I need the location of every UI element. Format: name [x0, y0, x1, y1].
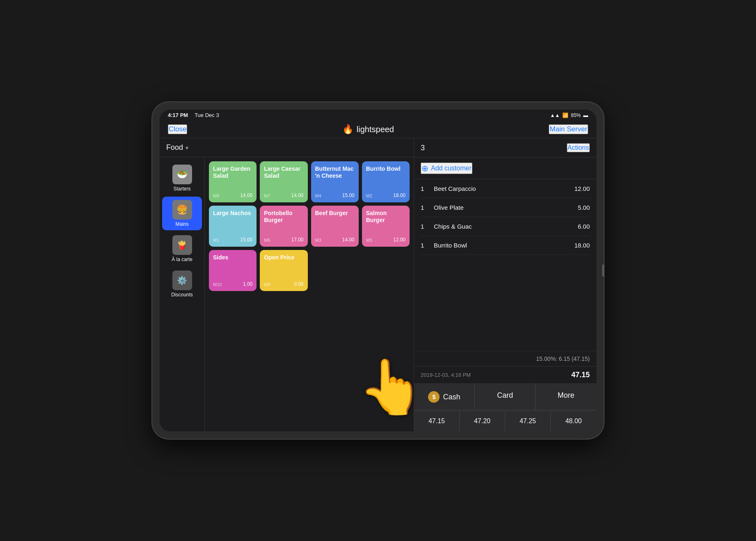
nav-bar: Close 🔥 lightspeed Main Server: [160, 121, 596, 138]
logo-text: lightspeed: [357, 125, 394, 134]
menu-area: 🥗 Starters 🍔 Mains 🍟 À la carte ⚙️: [160, 157, 414, 431]
signal-icon: ▲▲: [550, 112, 560, 118]
food-item-code: M4: [315, 193, 321, 198]
payment-timestamp: 2019-12-03, 4:16 PM: [421, 372, 471, 378]
alacarte-label: À la carte: [172, 257, 192, 262]
food-item-m6_salad[interactable]: Large Garden Salad M6 14.00: [209, 161, 257, 202]
status-time: 4:17 PM: [168, 112, 188, 118]
order-header: 3 Actions: [414, 138, 596, 158]
food-item-m7_salad[interactable]: Large Caesar Salad M7 14.00: [260, 161, 307, 202]
order-item-price: 5.00: [578, 204, 590, 211]
order-number: 3: [421, 144, 425, 152]
food-item-price: 12.00: [393, 237, 405, 243]
payment-total: 47.15: [571, 371, 590, 379]
add-customer-button[interactable]: ⊕ Add customer: [421, 163, 472, 174]
food-item-code: M1: [213, 238, 219, 243]
coin-icon: $: [428, 391, 440, 403]
food-item-footer: M2 18.00: [366, 193, 405, 198]
cash-label: Cash: [443, 393, 460, 401]
sidebar-item-alacarte[interactable]: 🍟 À la carte: [162, 232, 202, 266]
starters-icon: 🥗: [172, 165, 192, 184]
amount-button-amt2[interactable]: 47.20: [460, 411, 505, 431]
main-content: Food ▾ 🥗 Starters 🍔 Mains: [160, 138, 596, 431]
close-button[interactable]: Close: [168, 124, 187, 134]
order-item-price: 12.00: [574, 185, 590, 192]
sidebar-item-starters[interactable]: 🥗 Starters: [162, 161, 202, 195]
food-item-name: Butternut Mac 'n Cheese: [315, 165, 355, 179]
payment-card-button[interactable]: Card: [475, 384, 536, 410]
status-bar: 4:17 PM Tue Dec 3 ▲▲ 📶 85% ▬: [160, 110, 596, 121]
order-item-name: Chips & Guac: [434, 223, 578, 230]
food-item-footer: M9 0.00: [264, 281, 303, 287]
menu-title: Food: [166, 143, 183, 152]
food-item-m4[interactable]: Butternut Mac 'n Cheese M4 15.00: [311, 161, 359, 202]
order-item-name: Olive Plate: [434, 204, 578, 211]
food-item-footer: M3 14.00: [315, 237, 355, 243]
food-item-m1[interactable]: Large Nachos M1 15.00: [209, 206, 257, 247]
add-customer-label: Add customer: [431, 165, 472, 172]
food-item-footer: M4 15.00: [315, 193, 355, 198]
order-item-qty: 1: [421, 242, 429, 249]
order-subtotal: 15.00%: 6.15 (47.15): [414, 351, 596, 366]
food-grid: Large Garden Salad M6 14.00 Large Caesar…: [205, 157, 414, 431]
server-button[interactable]: Main Server: [549, 124, 588, 134]
food-item-m10[interactable]: Sides M10 1.00: [209, 250, 257, 291]
food-item-code: M9: [264, 282, 270, 287]
food-item-price: 14.00: [240, 193, 252, 198]
food-item-m6_burger[interactable]: Portobello Burger M6 17.00: [260, 206, 307, 247]
food-item-price: 17.00: [291, 237, 303, 243]
alacarte-icon: 🍟: [172, 235, 192, 255]
food-item-code: M7: [264, 193, 270, 198]
food-item-price: 15.00: [240, 237, 252, 243]
side-button: [602, 264, 605, 277]
food-item-name: Large Caesar Salad: [264, 165, 303, 179]
food-item-m5[interactable]: Salmon Burger M5 12.00: [362, 206, 410, 247]
order-item-qty: 1: [421, 223, 429, 230]
order-item-name: Beet Carpaccio: [434, 185, 574, 192]
mains-label: Mains: [175, 221, 188, 227]
payment-cash-button[interactable]: $ Cash: [414, 384, 475, 410]
food-item-code: M3: [315, 238, 321, 243]
device-screen: 4:17 PM Tue Dec 3 ▲▲ 📶 85% ▬ Close 🔥 lig…: [160, 110, 596, 431]
food-item-price: 14.00: [342, 237, 355, 243]
food-item-code: M5: [366, 238, 372, 243]
food-item-price: 15.00: [342, 193, 355, 198]
food-item-m2[interactable]: Burrito Bowl M2 18.00: [362, 161, 410, 202]
amount-button-amt3[interactable]: 47.25: [505, 411, 551, 431]
order-item: 1 Olive Plate 5.00: [421, 198, 590, 217]
payment-amounts: 47.1547.2047.2548.00: [414, 410, 596, 431]
food-item-price: 1.00: [243, 281, 252, 287]
food-item-price: 0.00: [294, 281, 303, 287]
discounts-label: Discounts: [171, 292, 193, 298]
battery-bar: ▬: [583, 112, 588, 118]
food-item-code: M10: [213, 282, 222, 287]
food-item-name: Beef Burger: [315, 210, 355, 217]
amount-button-amt1[interactable]: 47.15: [414, 411, 460, 431]
food-item-m9[interactable]: Open Price M9 0.00: [260, 250, 307, 291]
add-customer-section: ⊕ Add customer: [414, 158, 596, 179]
food-item-name: Burrito Bowl: [366, 165, 405, 172]
food-item-name: Open Price: [264, 254, 303, 261]
payment-area: 2019-12-03, 4:16 PM 47.15 $ Cash CardMor…: [414, 366, 596, 431]
wifi-icon: 📶: [562, 112, 568, 118]
food-item-name: Large Nachos: [213, 210, 252, 217]
actions-button[interactable]: Actions: [567, 143, 590, 152]
category-sidebar: 🥗 Starters 🍔 Mains 🍟 À la carte ⚙️: [160, 157, 205, 431]
food-item-footer: M5 12.00: [366, 237, 405, 243]
sidebar-item-mains[interactable]: 🍔 Mains: [162, 197, 202, 230]
food-item-code: M2: [366, 193, 372, 198]
payment-more-button[interactable]: More: [536, 384, 596, 410]
order-item: 1 Burrito Bowl 18.00: [421, 236, 590, 255]
food-item-name: Portobello Burger: [264, 210, 303, 224]
right-panel: 3 Actions ⊕ Add customer 1 Beet Carpacci…: [414, 138, 596, 431]
food-item-footer: M7 14.00: [264, 193, 303, 198]
device-frame: 4:17 PM Tue Dec 3 ▲▲ 📶 85% ▬ Close 🔥 lig…: [152, 102, 604, 439]
flame-icon: 🔥: [342, 124, 353, 135]
menu-dropdown-arrow: ▾: [186, 144, 188, 151]
food-item-price: 18.00: [393, 193, 405, 198]
amount-button-amt4[interactable]: 48.00: [551, 411, 596, 431]
food-item-m3[interactable]: Beef Burger M3 14.00: [311, 206, 359, 247]
sidebar-item-discounts[interactable]: ⚙️ Discounts: [162, 267, 202, 301]
payment-total-row: 2019-12-03, 4:16 PM 47.15: [414, 367, 596, 383]
food-item-footer: M6 17.00: [264, 237, 303, 243]
